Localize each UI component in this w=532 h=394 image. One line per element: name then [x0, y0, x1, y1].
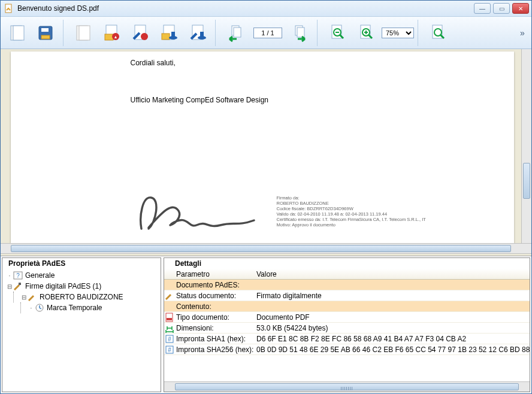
tree-collapse-icon[interactable]: ⊟ [6, 283, 13, 290]
param-value: 0B 0D 9D 51 48 6E 29 5E AB 66 46 C2 EB F… [254, 345, 530, 354]
signature-metadata: Firmato da: ROBERTO BAUDIZZONE Codice fi… [277, 195, 426, 228]
toolbar-separator [317, 20, 321, 46]
details-row-dim: Dimensioni: 53.0 KB (54224 bytes) [164, 323, 530, 334]
signature-pen-icon [28, 292, 37, 302]
sign-disabled-button[interactable] [70, 20, 96, 46]
doc-text-line: Cordiali saluti, [131, 59, 500, 67]
tree-bullet: · [28, 305, 35, 311]
svg-rect-33 [19, 283, 21, 285]
param-label: Tipo documento: [175, 313, 254, 322]
size-icon [164, 323, 175, 333]
param-label: Impronta SHA1 (hex): [175, 335, 254, 343]
svg-text:#: # [168, 336, 171, 343]
signature-image [131, 192, 262, 234]
tree-label: ROBERTO BAUDIZZONE [40, 293, 123, 301]
toolbar-separator [215, 20, 219, 46]
sig-meta-line: ROBERTO BAUDIZZONE [277, 201, 426, 206]
svg-rect-7 [79, 26, 90, 40]
sig-meta-line: Certificato emesso da: I.T. Telecom Firm… [277, 217, 426, 222]
maximize-button[interactable]: ▭ [493, 3, 510, 14]
titlebar: Benvenuto signed DS.pdf — ▭ ✕ [1, 1, 531, 17]
sig-meta-line: Motivo: Approvo il documento [277, 222, 426, 228]
sig-meta-line: Firmato da: [277, 195, 426, 201]
page-input[interactable] [253, 28, 282, 38]
scrollbar-thumb[interactable] [175, 383, 519, 390]
toolbar-separator [63, 20, 66, 46]
tree-bullet: · [6, 272, 13, 279]
svg-rect-9 [105, 34, 113, 40]
doc-text-line: Ufficio Marketing CompEd Software Design [131, 96, 500, 104]
stamp-card-button[interactable] [156, 20, 183, 46]
param-label: Impronta SHA256 (hex): [175, 345, 254, 354]
param-label: Dimensioni: [175, 324, 254, 332]
prev-page-button[interactable] [222, 20, 249, 46]
details-table: Parametro Valore Documento PAdES: Status… [164, 269, 530, 392]
info-icon: ? [13, 271, 23, 280]
pdf-page: Cordiali saluti, Ufficio Marketing CompE… [11, 51, 514, 243]
tree-pane-title: Proprietà PAdES [2, 258, 161, 269]
toolbar-overflow-button[interactable]: » [517, 28, 528, 38]
svg-text:▲: ▲ [114, 35, 118, 39]
search-button[interactable] [425, 20, 451, 46]
document-viewer: Cordiali saluti, Ufficio Marketing CompE… [1, 49, 531, 243]
svg-rect-20 [200, 32, 204, 38]
pen-icon [164, 291, 175, 301]
sign-pdf-pen-button[interactable] [128, 20, 154, 46]
window-buttons: — ▭ ✕ [474, 3, 529, 14]
document-scroll-area[interactable]: Cordiali saluti, Ufficio Marketing CompE… [1, 49, 521, 243]
svg-rect-22 [234, 28, 241, 37]
tree-label: Marca Temporale [47, 304, 102, 312]
svg-rect-5 [41, 35, 50, 39]
section-label: Documento PAdES: [175, 281, 530, 289]
zoom-out-button[interactable] [324, 20, 350, 46]
details-row-tipo: Tipo documento: Documento PDF [164, 312, 530, 323]
toolbar: ▲ 75% » [1, 17, 531, 49]
tree: · ? Generale ⊟ Firme digitali PAdES (1) … [2, 269, 161, 314]
pen-icon [13, 281, 23, 291]
svg-text:#: # [168, 347, 171, 353]
svg-point-13 [141, 33, 148, 40]
sign-pdf-card-button[interactable]: ▲ [99, 20, 125, 46]
pdf-icon [164, 313, 175, 322]
param-value: Firmato digitalmente [254, 292, 530, 300]
tree-node-signer[interactable]: ⊟ ROBERTO BAUDIZZONE [6, 292, 161, 302]
svg-rect-2 [13, 26, 24, 40]
param-label: Status documento: [175, 292, 254, 300]
hash-icon: # [164, 334, 175, 344]
vertical-scrollbar[interactable] [521, 49, 531, 243]
param-value: 53.0 KB (54224 bytes) [254, 324, 530, 332]
tree-pane: Proprietà PAdES · ? Generale ⊟ Firme dig… [2, 257, 161, 392]
toolbar-separator [418, 20, 421, 46]
hash-icon: # [164, 345, 175, 354]
details-row-sha256: # Impronta SHA256 (hex): 0B 0D 9D 51 48 … [164, 344, 530, 355]
svg-rect-15 [162, 34, 170, 40]
scrollbar-thumb[interactable] [523, 163, 530, 199]
tree-node-generale[interactable]: · ? Generale [6, 270, 161, 281]
param-value: Documento PDF [254, 313, 530, 322]
tree-line [20, 302, 28, 313]
next-page-button[interactable] [287, 20, 313, 46]
tree-label: Firme digitali PAdES (1) [25, 282, 101, 290]
app-icon [4, 4, 14, 13]
zoom-select[interactable]: 75% [382, 28, 414, 38]
details-row-sha1: # Impronta SHA1 (hex): D6 6F E1 8C 8B F2… [164, 334, 530, 344]
param-value: D6 6F E1 8C 8B F2 8E FC 86 58 68 A9 41 B… [254, 335, 530, 343]
scrollbar-thumb[interactable] [11, 245, 511, 252]
open-button[interactable] [4, 20, 31, 46]
zoom-in-button[interactable] [353, 20, 379, 46]
save-smartcard-button[interactable] [33, 20, 59, 46]
minimize-button[interactable]: — [474, 3, 491, 14]
stamp-pen-button[interactable] [185, 20, 211, 46]
col-header-valore: Valore [254, 270, 530, 278]
tree-node-firme[interactable]: ⊟ Firme digitali PAdES (1) [6, 281, 161, 292]
close-button[interactable]: ✕ [512, 3, 529, 14]
horizontal-scrollbar[interactable] [1, 243, 531, 253]
window-title: Benvenuto signed DS.pdf [17, 4, 474, 13]
tree-label: Generale [25, 271, 55, 280]
details-pane: Dettagli Parametro Valore Documento PAdE… [164, 257, 530, 392]
details-h-scrollbar[interactable] [164, 381, 530, 392]
details-row-status: Status documento: Firmato digitalmente [164, 290, 530, 301]
tree-node-marca[interactable]: · Marca Temporale [6, 302, 161, 313]
svg-rect-36 [167, 318, 172, 320]
tree-collapse-icon[interactable]: ⊟ [20, 294, 28, 301]
